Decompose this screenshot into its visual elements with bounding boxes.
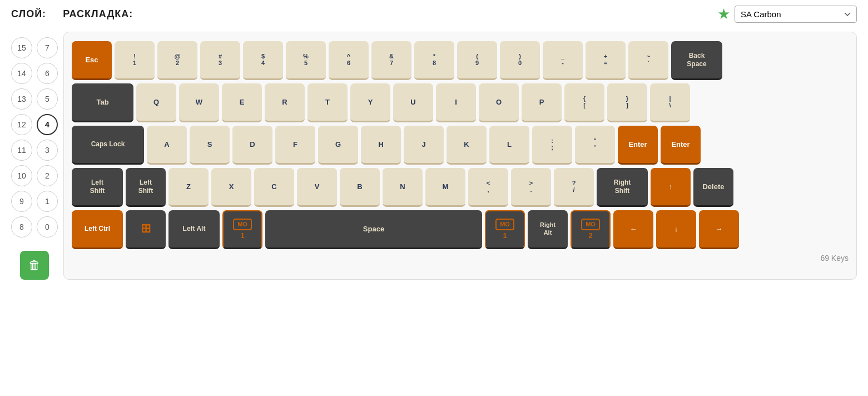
key-mo1-left[interactable]: MO 1: [222, 210, 262, 249]
layer-15[interactable]: 15: [11, 37, 32, 58]
key-right[interactable]: →: [699, 210, 739, 249]
key-left-shift-1[interactable]: LeftShift: [72, 168, 123, 207]
key-minus[interactable]: _-: [543, 41, 583, 80]
keyboard-area: Esc !1 @2 #3 $4 %5 ^6 &7 *8 (9 )0 _- += …: [63, 32, 857, 280]
layer-3[interactable]: 3: [37, 140, 58, 161]
key-0[interactable]: )0: [500, 41, 540, 80]
key-h[interactable]: H: [361, 126, 401, 165]
key-6[interactable]: ^6: [329, 41, 369, 80]
layer-0[interactable]: 0: [37, 216, 58, 237]
key-left-ctrl[interactable]: Left Ctrl: [72, 210, 123, 249]
key-8[interactable]: *8: [414, 41, 454, 80]
key-left-shift-2[interactable]: LeftShift: [126, 168, 166, 207]
layer-5[interactable]: 5: [37, 88, 58, 110]
key-comma[interactable]: <,: [468, 168, 508, 207]
layer-13[interactable]: 13: [11, 88, 32, 110]
key-down[interactable]: ↓: [656, 210, 696, 249]
key-backslash[interactable]: |\: [650, 83, 690, 122]
key-tab[interactable]: Tab: [72, 83, 133, 122]
key-z[interactable]: Z: [168, 168, 209, 207]
main-layout: 15 7 14 6 13 5 12 4 11 3 10 2: [11, 32, 857, 280]
key-left-alt[interactable]: Left Alt: [168, 210, 220, 249]
layer-label: СЛОЙ:: [11, 8, 46, 20]
layer-9[interactable]: 9: [11, 191, 32, 212]
key-semicolon[interactable]: :;: [532, 126, 572, 165]
key-b[interactable]: B: [340, 168, 380, 207]
key-right-alt[interactable]: RightAlt: [528, 210, 568, 249]
key-equal[interactable]: +=: [586, 41, 626, 80]
key-mo1-right[interactable]: MO 1: [485, 210, 525, 249]
key-delete[interactable]: Delete: [693, 168, 733, 207]
layer-pair-9-1: 9 1: [11, 191, 58, 212]
header-right: ★ SA Carbon: [717, 6, 857, 23]
key-k[interactable]: K: [447, 126, 487, 165]
layer-7[interactable]: 7: [37, 37, 58, 58]
key-d[interactable]: D: [232, 126, 272, 165]
layout-label: РАСКЛАДКА:: [63, 8, 133, 20]
key-5[interactable]: %5: [286, 41, 326, 80]
key-space[interactable]: Space: [265, 210, 482, 249]
layer-pair-8-0: 8 0: [11, 216, 58, 237]
key-3[interactable]: #3: [200, 41, 240, 80]
key-e[interactable]: E: [222, 83, 262, 122]
delete-layer-button[interactable]: 🗑: [20, 251, 49, 280]
key-g[interactable]: G: [318, 126, 358, 165]
key-j[interactable]: J: [404, 126, 444, 165]
key-p[interactable]: P: [522, 83, 562, 122]
key-row-2: Tab Q W E R T Y U I O P {[ }] |\: [72, 83, 849, 122]
key-q[interactable]: Q: [136, 83, 176, 122]
key-n[interactable]: N: [383, 168, 423, 207]
key-enter-2[interactable]: Enter: [661, 126, 701, 165]
favorite-icon[interactable]: ★: [717, 6, 730, 23]
layer-pair-13-5: 13 5: [11, 88, 58, 110]
profile-select[interactable]: SA Carbon: [735, 6, 857, 23]
key-c[interactable]: C: [254, 168, 294, 207]
layer-14[interactable]: 14: [11, 63, 32, 84]
key-u[interactable]: U: [393, 83, 433, 122]
keyboard-footer: 69 Keys: [72, 254, 849, 263]
key-m[interactable]: M: [425, 168, 465, 207]
key-quote[interactable]: "': [575, 126, 615, 165]
key-9[interactable]: (9: [457, 41, 497, 80]
key-r[interactable]: R: [265, 83, 305, 122]
layer-4[interactable]: 4: [37, 114, 58, 135]
key-enter-1[interactable]: Enter: [618, 126, 658, 165]
layer-10[interactable]: 10: [11, 165, 32, 186]
key-w[interactable]: W: [179, 83, 219, 122]
key-mo2[interactable]: MO 2: [571, 210, 611, 249]
key-period[interactable]: >.: [511, 168, 551, 207]
key-win[interactable]: ⊞: [126, 210, 166, 249]
key-a[interactable]: A: [147, 126, 187, 165]
layer-1[interactable]: 1: [37, 191, 58, 212]
key-left[interactable]: ←: [613, 210, 653, 249]
layer-2[interactable]: 2: [37, 165, 58, 186]
sidebar: 15 7 14 6 13 5 12 4 11 3 10 2: [11, 32, 58, 280]
key-slash[interactable]: ?/: [554, 168, 594, 207]
key-tilde[interactable]: ~`: [628, 41, 668, 80]
key-y[interactable]: Y: [350, 83, 390, 122]
layer-6[interactable]: 6: [37, 63, 58, 84]
key-4[interactable]: $4: [243, 41, 283, 80]
key-backspace[interactable]: BackSpace: [671, 41, 722, 80]
key-x[interactable]: X: [211, 168, 251, 207]
key-lbracket[interactable]: {[: [564, 83, 604, 122]
key-l[interactable]: L: [489, 126, 529, 165]
key-2[interactable]: @2: [157, 41, 197, 80]
key-s[interactable]: S: [190, 126, 230, 165]
key-capslock[interactable]: Caps Lock: [72, 126, 144, 165]
key-1[interactable]: !1: [115, 41, 155, 80]
key-v[interactable]: V: [297, 168, 337, 207]
layer-12[interactable]: 12: [11, 114, 32, 135]
key-i[interactable]: I: [436, 83, 476, 122]
key-esc[interactable]: Esc: [72, 41, 112, 80]
key-o[interactable]: O: [479, 83, 519, 122]
layer-8[interactable]: 8: [11, 216, 32, 237]
mo-num: 1: [240, 231, 244, 240]
key-t[interactable]: T: [307, 83, 348, 122]
key-up[interactable]: ↑: [651, 168, 691, 207]
layer-11[interactable]: 11: [11, 140, 32, 161]
key-rbracket[interactable]: }]: [607, 83, 647, 122]
key-f[interactable]: F: [275, 126, 315, 165]
key-7[interactable]: &7: [371, 41, 411, 80]
key-right-shift[interactable]: RightShift: [597, 168, 648, 207]
